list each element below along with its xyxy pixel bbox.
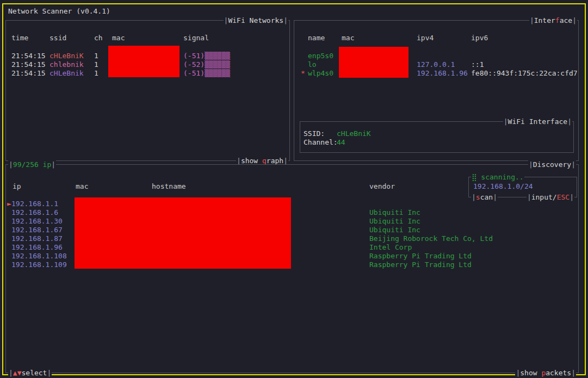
discovery-ip-cell: 192.168.1.87 — [11, 234, 63, 243]
input-esc-button[interactable]: |input/ESC| — [527, 193, 574, 201]
column-header-hostname: hostname — [152, 182, 186, 191]
interface-panel-title: |Interface| — [529, 16, 577, 24]
interface-panel: |Interface| name mac ipv4 ipv6 enp5s0 lo… — [294, 20, 579, 161]
up-down-arrows-icon: ▲▼ — [13, 369, 22, 377]
redacted-mac-block — [108, 46, 180, 77]
channel-value: 44 — [337, 138, 345, 147]
show-graph-button[interactable]: |show graph| — [236, 157, 288, 165]
interface-ipv4-cell: 192.168.1.96 — [417, 69, 468, 78]
discovery-ip-cell: 192.168.1.96 — [11, 243, 63, 252]
interface-row: enp5s0 — [294, 52, 578, 60]
wifi-interface-panel-title: |WiFi Interface| — [503, 117, 572, 126]
discovery-ip-cell: 192.168.1.30 — [11, 217, 63, 226]
spinner-icon: ⣿ — [472, 173, 477, 181]
wifi-ssid-cell: cHLeBniK — [49, 52, 84, 60]
wifi-table-header: time ssid ch mac signal — [6, 34, 289, 42]
wifi-interface-channel-row: Channel: 44 — [300, 138, 573, 147]
discovery-panel: |99/256 ip| |Discovery| ip mac hostname … — [5, 164, 579, 373]
selected-row-marker-icon: ► — [7, 200, 11, 208]
wifi-channel-cell: 1 — [94, 60, 98, 69]
discovery-vendor-cell: Ubiquiti Inc — [369, 226, 420, 234]
interface-name-cell: enp5s0 — [308, 52, 333, 60]
scan-status-box: ⣿ scanning.. 192.168.1.0/24 |scan| |inpu… — [468, 177, 577, 197]
subnet-text: 192.168.1.0/24 — [473, 182, 533, 191]
redacted-mac-hostname-block — [75, 197, 291, 269]
wifi-networks-panel: |WiFi Networks| time ssid ch mac signal … — [5, 20, 290, 161]
signal-bars-icon: ▒▒▒▒▒▒ — [205, 69, 230, 77]
interface-name-cell: wlp4s0 — [308, 69, 333, 78]
wifi-signal-cell: (-51)▒▒▒▒▒▒ — [183, 52, 230, 60]
discovery-vendor-cell: Beijing Roborock Tech Co, Ltd — [369, 234, 493, 243]
wifi-ssid-cell: cHLeBnik — [49, 69, 84, 78]
column-header-mac: mac — [76, 182, 88, 191]
discovery-vendor-cell: Raspberry Pi Trading Ltd — [369, 261, 472, 269]
column-header-ipv6: ipv6 — [471, 34, 488, 42]
network-scanner-app: Network Scanner (v0.4.1) |WiFi Networks|… — [0, 0, 588, 378]
column-header-ch: ch — [94, 34, 103, 42]
signal-bars-icon: ▒▒▒▒▒▒ — [205, 60, 230, 69]
discovery-ip-cell: 192.168.1.67 — [11, 226, 63, 234]
show-packets-button[interactable]: |show packets| — [515, 369, 576, 377]
ssid-value: cHLeBniK — [337, 129, 371, 138]
interface-row: * wlp4s0 192.168.1.96 fe80::943f:175c:22… — [294, 69, 578, 78]
redacted-mac-block — [339, 47, 408, 78]
discovery-panel-title: |Discovery| — [528, 160, 576, 169]
column-header-ssid: ssid — [49, 34, 66, 42]
interface-table-header: name mac ipv4 ipv6 — [294, 34, 578, 42]
column-header-time: time — [11, 34, 28, 42]
column-header-ipv4: ipv4 — [417, 34, 434, 42]
discovery-ip-cell: 192.168.1.108 — [11, 252, 67, 261]
wifi-signal-cell: (-51)▒▒▒▒▒▒ — [183, 69, 230, 78]
interface-ipv4-cell: 127.0.0.1 — [417, 60, 455, 69]
column-header-name: name — [308, 34, 325, 42]
wifi-signal-cell: (-52)▒▒▒▒▒▒ — [183, 60, 230, 69]
scan-button[interactable]: |scan| — [471, 193, 498, 201]
discovery-ip-cell: 192.168.1.1 — [11, 200, 58, 208]
wifi-time-cell: 21:54:15 — [11, 60, 46, 69]
wifi-channel-cell: 1 — [94, 69, 98, 78]
interface-ipv6-cell: ::1 — [471, 60, 484, 69]
discovery-ip-cell: 192.168.1.109 — [11, 261, 67, 269]
wifi-channel-cell: 1 — [94, 52, 98, 60]
signal-bars-icon: ▒▒▒▒▒▒ — [205, 52, 230, 60]
scanning-status: ⣿ scanning.. — [471, 173, 524, 181]
interface-name-cell: lo — [308, 60, 317, 69]
interface-ipv6-cell: fe80::943f:175c:22ca:cfd7 — [471, 69, 578, 78]
wifi-time-cell: 21:54:15 — [11, 52, 46, 60]
column-header-signal: signal — [183, 34, 209, 42]
column-header-mac: mac — [342, 34, 354, 42]
channel-label: Channel: — [304, 138, 338, 147]
column-header-vendor: vendor — [369, 182, 395, 191]
discovery-vendor-cell: Ubiquiti Inc — [369, 208, 420, 217]
wifi-interface-panel: |WiFi Interface| SSID: cHLeBniK Channel:… — [300, 121, 574, 153]
discovery-vendor-cell: Raspberry Pi Trading Ltd — [369, 252, 472, 261]
discovery-vendor-cell: Ubiquiti Inc — [369, 217, 420, 226]
app-title: Network Scanner (v0.4.1) — [8, 7, 110, 15]
column-header-ip: ip — [13, 182, 21, 191]
wifi-networks-panel-title: |WiFi Networks| — [224, 16, 288, 24]
wifi-time-cell: 21:54:15 — [11, 69, 46, 78]
ssid-label: SSID: — [304, 129, 325, 138]
discovery-vendor-cell: Intel Corp — [369, 243, 412, 252]
column-header-mac: mac — [112, 34, 125, 42]
ip-count-label: |99/256 ip| — [8, 160, 56, 169]
select-hint[interactable]: |▲▼select| — [8, 369, 52, 377]
wifi-interface-ssid-row: SSID: cHLeBniK — [300, 129, 573, 138]
interface-row: lo 127.0.0.1 ::1 — [294, 60, 578, 69]
wifi-ssid-cell: chlebnik — [49, 60, 84, 69]
discovery-ip-cell: 192.168.1.6 — [11, 208, 58, 217]
active-interface-marker-icon: * — [301, 69, 305, 78]
